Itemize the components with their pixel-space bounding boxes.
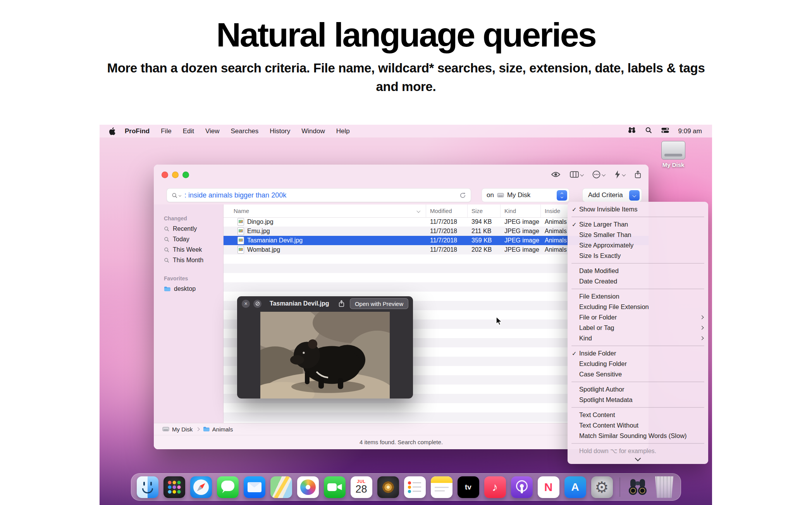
dock-safari-icon[interactable] (190, 476, 212, 498)
menu-item-label: Spotlight Metadata (579, 396, 633, 404)
menu-item-match-similar-sounding-words-slow[interactable]: Match Similar Sounding Words (Slow) (568, 431, 708, 441)
add-criteria-button[interactable]: Add Criteria (582, 188, 642, 202)
menubar-item-view[interactable]: View (205, 127, 220, 135)
preview-close-icon[interactable]: × (242, 300, 250, 308)
preview-share-icon[interactable] (338, 300, 345, 307)
control-center-icon[interactable] (661, 127, 669, 135)
column-header-size[interactable]: Size (468, 204, 501, 217)
sidebar-item-this-week[interactable]: This Week (154, 244, 223, 255)
dock-calendar-icon[interactable]: JUL28 (351, 476, 372, 498)
menubar-clock: 9:09 am (678, 127, 702, 135)
dock-photobooth-icon[interactable] (377, 476, 399, 498)
sidebar-item-desktop[interactable]: desktop (154, 283, 223, 294)
menu-item-size-is-exactly[interactable]: Size Is Exactly (568, 251, 708, 261)
spotlight-search-icon[interactable] (645, 127, 652, 136)
dock-profind-icon[interactable] (627, 476, 649, 498)
menu-item-label-or-tag[interactable]: Label or Tag (568, 323, 708, 333)
menu-item-case-sensitive[interactable]: Case Sensitive (568, 369, 708, 380)
quicklook-eye-icon[interactable] (551, 171, 561, 178)
menu-item-size-approximately[interactable]: Size Approximately (568, 240, 708, 251)
dock-maps-icon[interactable] (270, 476, 292, 498)
popup-stepper-icon[interactable] (557, 190, 567, 201)
dock-notes-icon[interactable] (431, 476, 452, 498)
profind-menubar-icon[interactable] (628, 126, 636, 136)
checkmark-icon: ✓ (572, 221, 577, 228)
menu-item-inside-folder[interactable]: ✓Inside Folder (568, 348, 708, 359)
dock-finder-icon[interactable] (137, 476, 158, 498)
close-button[interactable] (162, 172, 168, 178)
dock-reminders-icon[interactable] (404, 476, 426, 498)
dock-launchpad-icon[interactable] (163, 476, 185, 498)
fullscreen-button[interactable] (182, 172, 189, 178)
menu-item-label: Text Content Without (579, 422, 638, 429)
sidebar-item-this-month[interactable]: This Month (154, 255, 223, 265)
menubar-item-history[interactable]: History (270, 127, 290, 135)
menu-scroll-chevron-icon[interactable] (568, 456, 708, 463)
sidebar-item-today[interactable]: Today (154, 234, 223, 244)
menu-item-kind[interactable]: Kind (568, 333, 708, 344)
menu-item-size-larger-than[interactable]: ✓Size Larger Than (568, 219, 708, 230)
dock-news-icon[interactable]: N (538, 476, 559, 498)
search-field[interactable]: : inside animals bigger than 200k (167, 188, 471, 202)
path-item-animals[interactable]: Animals (203, 426, 233, 433)
menu-item-excluding-folder[interactable]: Excluding Folder (568, 359, 708, 369)
minimize-button[interactable] (172, 172, 179, 178)
dock-mail-icon[interactable] (244, 476, 265, 498)
share-icon[interactable] (634, 170, 642, 179)
desktop-disk-icon[interactable]: My Disk (654, 141, 693, 168)
menu-item-file-extension[interactable]: File Extension (568, 291, 708, 302)
menu-item-file-or-folder[interactable]: File or Folder (568, 312, 708, 323)
path-item-my-disk[interactable]: My Disk (162, 426, 193, 433)
menubar-item-help[interactable]: Help (336, 127, 350, 135)
add-criteria-dropdown-icon[interactable] (629, 190, 640, 201)
dock-appstore-icon[interactable]: A (564, 476, 586, 498)
menubar-item-edit[interactable]: Edit (183, 127, 194, 135)
submenu-arrow-icon (700, 316, 703, 319)
sidebar-item-recently[interactable]: Recently (154, 223, 223, 234)
apple-menu-icon[interactable] (109, 127, 115, 135)
menubar-item-searches[interactable]: Searches (231, 127, 258, 135)
more-options-icon[interactable] (592, 170, 605, 179)
search-scope-popup[interactable]: on My Disk (482, 188, 569, 202)
column-header-name[interactable]: Name (224, 204, 426, 217)
disk-mini-icon (497, 192, 504, 198)
dock-music-icon[interactable]: ♪ (484, 476, 506, 498)
search-icon (164, 237, 169, 242)
open-with-preview-button[interactable]: Open with Preview (350, 298, 408, 309)
menu-item-spotlight-author[interactable]: Spotlight Author (568, 384, 708, 395)
dock-facetime-icon[interactable] (324, 476, 346, 498)
column-header-modified[interactable]: Modified (426, 204, 468, 217)
dock-trash-icon[interactable] (654, 476, 675, 498)
sidebar-section-title: Changed (154, 215, 223, 223)
menu-item-date-modified[interactable]: Date Modified (568, 266, 708, 276)
dock-photos-icon[interactable] (297, 476, 319, 498)
menu-item-spotlight-metadata[interactable]: Spotlight Metadata (568, 395, 708, 405)
preview-zoom-icon[interactable] (253, 300, 261, 308)
menubar-app-name[interactable]: ProFind (125, 127, 150, 135)
menu-item-excluding-file-extension[interactable]: Excluding File Extension (568, 302, 708, 312)
menu-item-label: Size Is Exactly (579, 252, 621, 259)
menu-item-show-invisible-items[interactable]: ✓Show Invisible Items (568, 204, 708, 215)
menu-item-size-smaller-than[interactable]: Size Smaller Than (568, 230, 708, 240)
menubar-item-window[interactable]: Window (301, 127, 325, 135)
menubar-item-file[interactable]: File (161, 127, 171, 135)
file-icon (237, 237, 244, 244)
view-columns-icon[interactable] (570, 171, 583, 178)
menu-item-text-content-without[interactable]: Text Content Without (568, 420, 708, 431)
menu-item-date-created[interactable]: Date Created (568, 276, 708, 287)
dock-podcasts-icon[interactable] (511, 476, 533, 498)
menu-bar: ProFind FileEditViewSearchesHistoryWindo… (100, 125, 712, 137)
search-loupe-icon[interactable] (172, 192, 181, 198)
file-name: Dingo.jpg (247, 218, 274, 225)
dock-settings-icon[interactable]: ⚙ (591, 476, 613, 498)
refresh-icon[interactable] (459, 192, 466, 199)
actions-icon[interactable] (614, 170, 625, 179)
column-header-kind[interactable]: Kind (501, 204, 541, 217)
file-name-cell: Emu.jpg (224, 227, 426, 235)
dock-appletv-icon[interactable]: tv (458, 476, 479, 498)
dock-messages-icon[interactable] (217, 476, 239, 498)
search-query-text[interactable]: : inside animals bigger than 200k (184, 191, 456, 199)
window-toolbar: : inside animals bigger than 200k on My … (154, 165, 649, 205)
menu-item-label: Show Invisible Items (579, 206, 637, 213)
menu-item-text-content[interactable]: Text Content (568, 410, 708, 420)
